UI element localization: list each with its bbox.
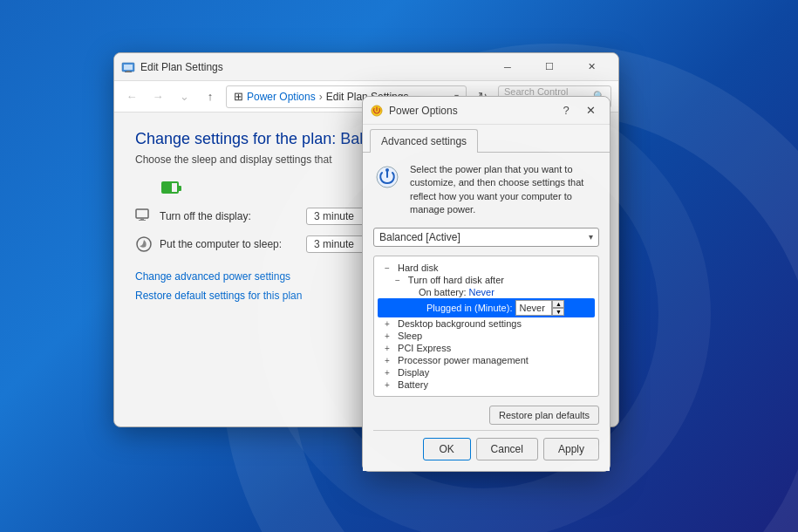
monitor-icon	[135, 208, 153, 225]
dialog-footer-buttons: OK Cancel Apply	[373, 430, 599, 460]
plan-dropdown-value: Balanced [Active]	[379, 231, 460, 243]
dialog-titlebar: Power Options ? ✕	[363, 97, 610, 125]
tree-item-desktop-bg[interactable]: + Desktop background settings	[378, 317, 595, 330]
expand-icon-4	[416, 303, 426, 312]
tree-label-pluggedin: Plugged in (Minute):	[426, 303, 512, 313]
tree-label: Hard disk	[398, 263, 438, 273]
recent-button[interactable]: ⌄	[174, 86, 194, 107]
svg-rect-1	[124, 65, 133, 70]
expand-icon-3	[406, 288, 416, 297]
svg-rect-3	[125, 72, 132, 72]
dialog-footer-top: Restore plan defaults	[373, 406, 599, 425]
tab-advanced-settings[interactable]: Advanced settings	[370, 129, 478, 153]
tree-item-sleep[interactable]: + Sleep	[378, 330, 595, 342]
power-options-dialog: Power Options ? ✕ Advanced settings Sele…	[362, 96, 610, 472]
spin-buttons: ▲ ▼	[552, 300, 564, 316]
sleep-icon	[135, 235, 153, 253]
plan-dropdown-arrow: ▾	[589, 232, 593, 242]
battery-icon	[161, 181, 179, 194]
apply-button[interactable]: Apply	[543, 438, 599, 460]
tree-item-display[interactable]: + Display	[378, 366, 595, 379]
tree-item-onbattery: On battery: Never	[378, 286, 595, 298]
tree-label-7: PCI Express	[398, 343, 451, 353]
tree-label-2: Turn off hard disk after	[408, 275, 504, 285]
svg-rect-4	[136, 209, 148, 218]
spin-up-button[interactable]: ▲	[552, 300, 564, 308]
dialog-power-icon	[370, 104, 384, 118]
tree-label-5: Desktop background settings	[398, 318, 522, 329]
tree-view: − Hard disk − Turn off hard disk after O…	[373, 256, 599, 397]
restore-plan-defaults-button[interactable]: Restore plan defaults	[489, 406, 599, 425]
edit-plan-window-icon	[121, 60, 135, 74]
tree-item-battery[interactable]: + Battery	[378, 379, 595, 391]
edit-plan-titlebar: Edit Plan Settings ─ ☐ ✕	[114, 53, 618, 81]
tree-item-harddisk[interactable]: − Hard disk	[378, 262, 595, 274]
plan-dropdown[interactable]: Balanced [Active] ▾	[373, 228, 599, 247]
expand-icon-6: +	[385, 331, 395, 341]
dialog-intro: Select the power plan that you want to c…	[373, 163, 599, 217]
window-controls: ─ ☐ ✕	[488, 53, 611, 81]
spin-control[interactable]: ▲ ▼	[515, 300, 564, 316]
dialog-body: Select the power plan that you want to c…	[363, 153, 610, 471]
edit-plan-title: Edit Plan Settings	[140, 61, 488, 73]
dialog-intro-text: Select the power plan that you want to c…	[410, 163, 599, 217]
ok-button[interactable]: OK	[423, 438, 471, 460]
expand-icon-5: +	[385, 319, 395, 329]
dialog-help-button[interactable]: ?	[554, 99, 578, 122]
forward-button[interactable]: →	[147, 86, 168, 107]
minimize-button[interactable]: ─	[488, 53, 528, 81]
expand-icon-2: −	[395, 276, 406, 285]
display-setting-label: Turn off the display:	[160, 210, 299, 222]
cancel-button[interactable]: Cancel	[476, 438, 538, 460]
back-button[interactable]: ←	[121, 86, 142, 107]
sleep-setting-label: Put the computer to sleep:	[160, 238, 299, 250]
tree-label-6: Sleep	[398, 331, 422, 341]
up-button[interactable]: ↑	[200, 86, 221, 107]
tree-label-3: On battery:	[419, 287, 468, 297]
tree-item-processor[interactable]: + Processor power management	[378, 354, 595, 366]
tree-label-10: Battery	[398, 379, 428, 390]
expand-icon-7: +	[385, 344, 395, 353]
tree-item-pci[interactable]: + PCI Express	[378, 342, 595, 354]
svg-rect-5	[140, 218, 144, 220]
path-separator: ›	[319, 91, 323, 103]
tree-item-turnoff[interactable]: − Turn off hard disk after	[378, 274, 595, 286]
tree-label-9: Display	[398, 367, 429, 378]
spin-down-button[interactable]: ▼	[552, 308, 564, 316]
path-icon: ⊞	[234, 90, 243, 103]
dialog-power-graphic	[373, 163, 401, 191]
svg-point-10	[385, 168, 389, 172]
dialog-close-button[interactable]: ✕	[578, 99, 603, 122]
tree-item-pluggedin[interactable]: Plugged in (Minute): ▲ ▼	[378, 298, 595, 317]
tree-value-battery: Never	[469, 287, 494, 297]
maximize-button[interactable]: ☐	[529, 53, 570, 81]
dialog-title: Power Options	[389, 105, 554, 117]
svg-rect-6	[139, 220, 146, 221]
close-button[interactable]: ✕	[571, 53, 611, 81]
expand-icon-9: +	[385, 368, 395, 378]
expand-icon-8: +	[385, 356, 395, 365]
path-segment-1: Power Options	[247, 91, 316, 103]
expand-icon-10: +	[385, 380, 395, 390]
dialog-tabs: Advanced settings	[363, 125, 610, 153]
tree-label-8: Processor power management	[398, 355, 529, 365]
spin-input[interactable]	[515, 300, 552, 316]
expand-icon: −	[385, 263, 395, 273]
